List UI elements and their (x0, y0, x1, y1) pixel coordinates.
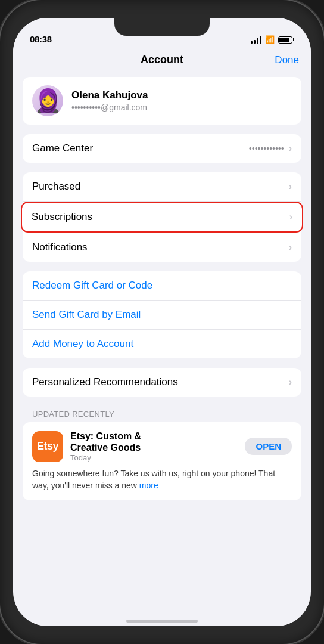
game-center-row[interactable]: Game Center •••••••••••• › (23, 134, 301, 163)
send-gift-row[interactable]: Send Gift Card by Email (23, 301, 301, 330)
etsy-app-icon: Etsy (32, 431, 63, 462)
profile-card[interactable]: 🧕 Olena Kahujova ••••••••••@gmail.com (23, 77, 301, 125)
subscriptions-highlight-border: Subscriptions › (21, 202, 303, 233)
wifi-icon: 📶 (265, 35, 275, 44)
app-icon-text: Etsy (37, 440, 58, 453)
subscriptions-chevron-icon: › (289, 212, 292, 222)
home-bar (126, 620, 198, 623)
scroll-content: 🧕 Olena Kahujova ••••••••••@gmail.com Ga… (13, 71, 311, 609)
personalized-right: › (289, 377, 292, 388)
links-card: Redeem Gift Card or Code Send Gift Card … (23, 271, 301, 358)
profile-email: ••••••••••@gmail.com (71, 103, 148, 112)
app-row: Etsy Etsy: Custom & Creative Goods Today… (23, 422, 301, 500)
nav-bar: Account Done (13, 48, 311, 71)
profile-row[interactable]: 🧕 Olena Kahujova ••••••••••@gmail.com (23, 77, 301, 125)
notifications-label: Notifications (32, 242, 88, 253)
battery-icon (278, 36, 294, 44)
app-info: Etsy: Custom & Creative Goods Today (70, 431, 238, 462)
purchased-label: Purchased (32, 181, 80, 193)
personalized-row[interactable]: Personalized Recommendations › (23, 368, 301, 397)
add-money-label: Add Money to Account (32, 338, 133, 350)
redeem-label: Redeem Gift Card or Code (32, 280, 152, 292)
signal-icon (251, 36, 261, 44)
notifications-row[interactable]: Notifications › (23, 233, 301, 262)
notifications-right: › (289, 242, 292, 253)
game-center-card[interactable]: Game Center •••••••••••• › (23, 134, 301, 163)
subscriptions-right: › (289, 212, 292, 222)
profile-name: Olena Kahujova (71, 89, 148, 101)
phone-screen: 08:38 📶 (13, 18, 311, 626)
profile-info: Olena Kahujova ••••••••••@gmail.com (71, 89, 148, 112)
home-indicator (13, 609, 311, 626)
subscriptions-row[interactable]: Subscriptions › (22, 203, 302, 231)
purchased-chevron-icon: › (289, 181, 292, 192)
personalized-label: Personalized Recommendations (32, 376, 178, 388)
nav-title: Account (55, 54, 269, 66)
purchased-right: › (289, 181, 292, 192)
personalized-card[interactable]: Personalized Recommendations › (23, 368, 301, 397)
purchased-row[interactable]: Purchased › (23, 172, 301, 202)
app-row-top: Etsy Etsy: Custom & Creative Goods Today… (32, 431, 292, 462)
notifications-chevron-icon: › (289, 242, 292, 253)
app-name-line1: Etsy: Custom & (70, 431, 238, 442)
game-center-right: •••••••••••• › (249, 143, 292, 154)
updated-recently-label: UPDATED RECENTLY (23, 406, 301, 422)
redeem-row[interactable]: Redeem Gift Card or Code (23, 271, 301, 301)
add-money-row[interactable]: Add Money to Account (23, 330, 301, 358)
app-description: Going somewhere fun? Take us with us, ri… (32, 468, 292, 491)
app-card: Etsy Etsy: Custom & Creative Goods Today… (23, 422, 301, 500)
avatar: 🧕 (32, 85, 63, 116)
send-gift-label: Send Gift Card by Email (32, 309, 141, 321)
subscriptions-label: Subscriptions (32, 211, 92, 223)
app-name-line2: Creative Goods (70, 442, 238, 453)
game-center-label: Game Center (32, 143, 93, 154)
phone-frame: 08:38 📶 (0, 0, 324, 644)
done-button[interactable]: Done (269, 54, 299, 66)
subscriptions-highlight-wrapper: Subscriptions › (21, 202, 303, 233)
more-link[interactable]: more (139, 481, 158, 490)
open-button[interactable]: OPEN (245, 438, 292, 455)
personalized-chevron-icon: › (289, 377, 292, 388)
status-icons: 📶 (251, 35, 294, 44)
notch (114, 18, 210, 36)
chevron-icon: › (289, 143, 292, 154)
status-time: 08:38 (30, 34, 52, 44)
game-center-value: •••••••••••• (249, 144, 284, 153)
app-date: Today (70, 453, 238, 462)
purchases-section-card: Purchased › Subscriptions › (23, 172, 301, 262)
